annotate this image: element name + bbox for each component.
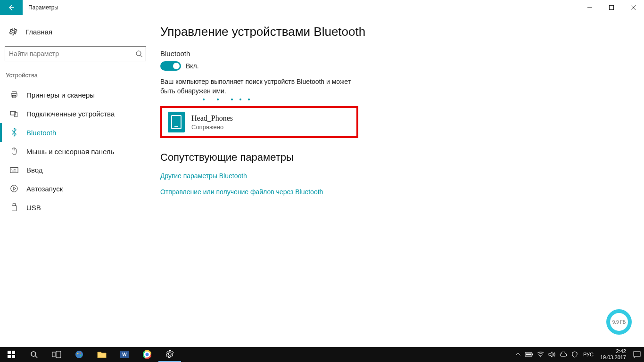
taskbar: W РУС 2:42 19.03.2017 <box>0 347 644 362</box>
svg-point-45 <box>540 356 541 357</box>
maximize-button[interactable] <box>601 0 622 15</box>
disk-space-overlay[interactable]: 9.9 ГБ <box>606 309 632 335</box>
autoplay-icon <box>9 184 19 193</box>
printer-icon <box>9 90 19 99</box>
sidebar-item-label: Подключенные устройства <box>26 110 115 118</box>
titlebar: Параметры <box>0 0 644 15</box>
sidebar-item-label: Принтеры и сканеры <box>26 91 95 99</box>
search-box[interactable] <box>5 46 146 61</box>
svg-point-31 <box>75 351 83 358</box>
clock-time: 2:42 <box>600 348 626 354</box>
svg-line-28 <box>35 356 37 358</box>
sidebar-section-title: Устройства <box>5 70 146 85</box>
phone-device-icon <box>168 112 185 132</box>
svg-point-41 <box>146 353 149 356</box>
search-input[interactable] <box>9 50 135 58</box>
device-item[interactable]: Head_Phones Сопряжено <box>160 106 358 138</box>
link-more-bluetooth-options[interactable]: Другие параметры Bluetooth <box>160 172 635 180</box>
svg-point-5 <box>136 51 141 56</box>
settings-window: Параметры Главная Устройства <box>0 0 644 347</box>
tray-onedrive-icon[interactable] <box>558 347 569 362</box>
taskbar-app-explorer[interactable] <box>91 347 113 362</box>
sidebar-item-mouse[interactable]: Мышь и сенсорная панель <box>5 142 146 161</box>
start-button[interactable] <box>0 347 23 362</box>
home-button[interactable]: Главная <box>5 24 146 40</box>
sidebar-item-bluetooth[interactable]: Bluetooth <box>5 123 146 142</box>
window-body: Главная Устройства Принтеры и сканеры По… <box>0 15 644 347</box>
svg-point-20 <box>11 185 17 192</box>
sidebar-item-usb[interactable]: USB <box>5 198 146 217</box>
svg-rect-24 <box>12 351 15 354</box>
system-tray: РУС 2:42 19.03.2017 <box>512 347 644 362</box>
taskbar-app-chrome[interactable] <box>136 347 158 362</box>
device-status: Сопряжено <box>191 123 233 131</box>
svg-rect-21 <box>13 204 15 206</box>
svg-rect-44 <box>526 354 531 355</box>
svg-rect-9 <box>12 96 16 98</box>
window-controls <box>579 0 644 15</box>
svg-rect-46 <box>634 352 640 356</box>
bluetooth-toggle-row: Вкл. <box>160 61 635 71</box>
svg-rect-43 <box>532 354 533 355</box>
svg-rect-2 <box>610 6 614 10</box>
sidebar-item-label: Автозапуск <box>26 185 63 193</box>
link-send-receive-files[interactable]: Отправление или получение файлов через B… <box>160 188 635 196</box>
device-name: Head_Phones <box>191 114 233 123</box>
svg-rect-30 <box>56 351 61 358</box>
svg-point-34 <box>80 355 82 356</box>
svg-point-27 <box>31 352 36 356</box>
usb-icon <box>9 203 19 212</box>
tray-chevron-up-icon[interactable] <box>512 347 524 362</box>
gear-icon <box>8 27 18 36</box>
tray-wifi-icon[interactable] <box>535 347 546 362</box>
taskbar-app-settings[interactable] <box>158 347 181 362</box>
bluetooth-toggle[interactable] <box>160 61 181 71</box>
sidebar-item-connected-devices[interactable]: Подключенные устройства <box>5 104 146 123</box>
tray-defender-icon[interactable] <box>569 347 580 362</box>
svg-rect-11 <box>15 113 17 117</box>
mouse-icon <box>9 147 19 156</box>
svg-rect-25 <box>8 355 11 358</box>
taskbar-app-word[interactable]: W <box>113 347 136 362</box>
home-label: Главная <box>25 28 52 36</box>
svg-rect-10 <box>11 112 16 115</box>
sidebar-item-label: USB <box>26 204 41 212</box>
close-button[interactable] <box>622 0 644 15</box>
tray-battery-icon[interactable] <box>524 347 535 362</box>
taskbar-app-paint[interactable] <box>68 347 91 362</box>
minimize-button[interactable] <box>579 0 601 15</box>
action-center-button[interactable] <box>630 347 644 362</box>
svg-text:W: W <box>122 352 127 357</box>
page-title: Управление устройствами Bluetooth <box>160 25 635 39</box>
window-title: Параметры <box>28 4 58 11</box>
connected-devices-icon <box>9 109 19 118</box>
svg-rect-7 <box>12 91 17 93</box>
sidebar-item-label: Ввод <box>26 166 43 174</box>
overlay-text: 9.9 ГБ <box>612 320 626 325</box>
svg-rect-14 <box>10 167 18 173</box>
keyboard-icon <box>9 167 19 173</box>
svg-rect-26 <box>12 355 15 358</box>
svg-rect-22 <box>12 206 17 211</box>
loading-indicator <box>203 99 635 100</box>
clock[interactable]: 2:42 19.03.2017 <box>596 348 630 360</box>
toggle-state-label: Вкл. <box>186 62 199 70</box>
related-settings-title: Сопутствующие параметры <box>160 151 635 164</box>
search-taskbar-button[interactable] <box>23 347 45 362</box>
bluetooth-icon <box>9 128 19 137</box>
bluetooth-label: Bluetooth <box>160 49 635 58</box>
language-indicator[interactable]: РУС <box>580 352 596 357</box>
sidebar-item-label: Bluetooth <box>26 129 56 137</box>
device-info: Head_Phones Сопряжено <box>191 114 233 131</box>
sidebar-item-autoplay[interactable]: Автозапуск <box>5 179 146 198</box>
sidebar-item-label: Мышь и сенсорная панель <box>26 148 114 156</box>
back-button[interactable] <box>0 0 23 15</box>
sidebar-item-printers[interactable]: Принтеры и сканеры <box>5 85 146 104</box>
tray-volume-icon[interactable] <box>546 347 558 362</box>
clock-date: 19.03.2017 <box>600 354 626 361</box>
main-content: Управление устройствами Bluetooth Blueto… <box>151 15 644 347</box>
search-description: Ваш компьютер выполняет поиск устройств … <box>160 77 358 96</box>
task-view-button[interactable] <box>45 347 68 362</box>
sidebar-item-typing[interactable]: Ввод <box>5 161 146 179</box>
sidebar: Главная Устройства Принтеры и сканеры По… <box>0 15 151 347</box>
